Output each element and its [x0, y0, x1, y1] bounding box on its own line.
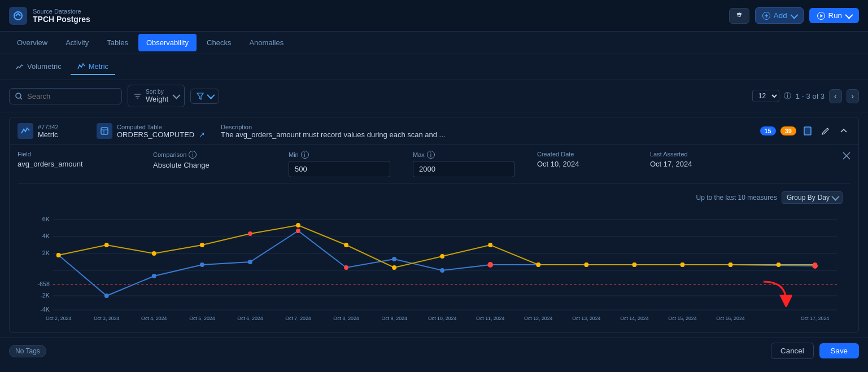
- svg-point-32: [200, 262, 204, 267]
- volumetric-icon: [16, 63, 24, 71]
- svg-point-30: [104, 294, 109, 298]
- svg-point-58: [681, 262, 685, 267]
- field-value: avg_orders_amount: [18, 160, 144, 168]
- bookmark-icon[interactable]: [801, 124, 814, 138]
- cancel-button[interactable]: Cancel: [771, 343, 814, 359]
- svg-text:-4K: -4K: [40, 306, 50, 313]
- svg-point-35: [344, 265, 348, 270]
- created-date-column: Created Date Oct 10, 2024: [537, 151, 650, 168]
- svg-text:Oct 5, 2024: Oct 5, 2024: [189, 316, 215, 321]
- svg-point-54: [488, 243, 492, 247]
- description-text: The avg_orders_amount must record values…: [221, 130, 749, 139]
- footer-actions: Cancel Save: [771, 343, 859, 359]
- save-button[interactable]: Save: [819, 343, 859, 358]
- svg-point-45: [56, 253, 61, 257]
- comparison-info-icon[interactable]: i: [189, 151, 197, 159]
- svg-text:Oct 14, 2024: Oct 14, 2024: [620, 316, 648, 321]
- svg-text:Oct 16, 2024: Oct 16, 2024: [716, 316, 744, 321]
- svg-point-57: [632, 262, 636, 267]
- svg-text:Oct 11, 2024: Oct 11, 2024: [476, 316, 504, 321]
- svg-point-36: [392, 257, 396, 261]
- min-info-icon[interactable]: i: [301, 151, 309, 159]
- close-row-icon[interactable]: [843, 151, 850, 161]
- add-label: Add: [774, 11, 787, 20]
- group-by-value: Day: [818, 194, 830, 202]
- created-date-value: Oct 10, 2024: [537, 160, 641, 168]
- tab-metric[interactable]: Metric: [71, 59, 115, 75]
- chart-controls-label: Up to the last 10 measures: [696, 194, 777, 202]
- sort-value: Weight: [146, 95, 168, 103]
- max-label: Max i: [413, 151, 528, 159]
- search-box[interactable]: [9, 88, 122, 104]
- tab-metric-label: Metric: [89, 62, 108, 71]
- last-asserted-label: Last Asserted: [650, 151, 834, 157]
- svg-line-5: [20, 98, 22, 99]
- nav-activity[interactable]: Activity: [58, 34, 97, 51]
- search-icon: [15, 93, 23, 100]
- svg-text:Oct 8, 2024: Oct 8, 2024: [333, 316, 359, 321]
- sort-box[interactable]: Sort by Weight: [128, 85, 185, 107]
- settings-button[interactable]: [729, 8, 749, 24]
- group-by-chevron: [831, 193, 839, 201]
- toolbar-left: Sort by Weight: [9, 85, 219, 107]
- header-subtitle: Source Datastore: [33, 8, 90, 15]
- chart-controls: Up to the last 10 measures Group By Day: [25, 191, 843, 204]
- page-size-select[interactable]: 12 25 50: [752, 90, 779, 102]
- description-label: Description: [221, 124, 749, 130]
- header-main-title: TPCH Postgres: [33, 15, 90, 24]
- header-right: Add Run: [729, 7, 859, 24]
- help-icon: ⓘ: [784, 91, 791, 101]
- tab-volumetric[interactable]: Volumetric: [9, 59, 68, 75]
- max-info-icon[interactable]: i: [427, 151, 435, 159]
- header: Source Datastore TPCH Postgres Add Run: [0, 0, 868, 32]
- card-footer: No Tags Cancel Save: [0, 338, 868, 364]
- card-id-info: #77342 Metric: [38, 124, 59, 139]
- svg-point-48: [200, 243, 204, 247]
- svg-text:Oct 15, 2024: Oct 15, 2024: [668, 316, 696, 321]
- computed-table-label: Computed Table: [117, 124, 205, 130]
- no-tags-button[interactable]: No Tags: [9, 345, 46, 357]
- nav-tables[interactable]: Tables: [99, 34, 136, 51]
- sub-nav: Volumetric Metric: [0, 54, 868, 80]
- group-by-select[interactable]: Group By Day: [782, 191, 843, 204]
- field-label: Field: [18, 151, 144, 157]
- next-page-button[interactable]: ›: [847, 89, 859, 103]
- min-input[interactable]: [289, 161, 390, 177]
- sort-by-label: Sort by: [146, 89, 168, 95]
- svg-point-33: [248, 260, 252, 264]
- svg-text:-2K: -2K: [40, 292, 50, 299]
- collapse-icon[interactable]: [837, 124, 850, 138]
- max-column: Max i: [413, 151, 537, 177]
- prev-page-button[interactable]: ‹: [829, 89, 841, 103]
- svg-text:Oct 7, 2024: Oct 7, 2024: [285, 316, 311, 321]
- add-button[interactable]: Add: [755, 7, 804, 24]
- badge-blue: 15: [760, 126, 776, 135]
- svg-text:Oct 9, 2024: Oct 9, 2024: [381, 316, 407, 321]
- comparison-column: Comparison i Absolute Change: [153, 151, 289, 169]
- svg-point-38: [487, 262, 493, 268]
- card-id-section: #77342 Metric: [18, 123, 85, 139]
- badge-orange: 39: [780, 126, 796, 135]
- svg-text:-658: -658: [38, 281, 50, 287]
- nav-checks[interactable]: Checks: [199, 34, 239, 51]
- sort-label-wrapper: Sort by Weight: [146, 89, 168, 103]
- search-input[interactable]: [27, 92, 112, 100]
- metric-card: #77342 Metric Computed Table ORDERS_COMP…: [9, 117, 859, 333]
- run-button[interactable]: Run: [809, 8, 859, 23]
- nav-anomalies[interactable]: Anomalies: [241, 34, 291, 51]
- ext-link-icon[interactable]: ↗: [199, 130, 205, 139]
- filter-box[interactable]: [190, 89, 219, 104]
- add-chevron: [790, 11, 798, 19]
- edit-icon[interactable]: [819, 124, 832, 138]
- pagination-text: 1 - 3 of 3: [796, 92, 825, 100]
- nav-overview[interactable]: Overview: [9, 34, 55, 51]
- field-column: Field avg_orders_amount: [18, 151, 153, 168]
- svg-marker-9: [197, 93, 203, 99]
- group-by-label: Group By: [787, 194, 815, 202]
- comparison-label: Comparison i: [153, 151, 280, 159]
- max-input[interactable]: [413, 161, 514, 177]
- nav-observability[interactable]: Observability: [138, 34, 197, 51]
- app-logo: [9, 7, 27, 25]
- main-nav: Overview Activity Tables Observability C…: [0, 32, 868, 54]
- card-table-section: Computed Table ORDERS_COMPUTED ↗: [97, 123, 210, 139]
